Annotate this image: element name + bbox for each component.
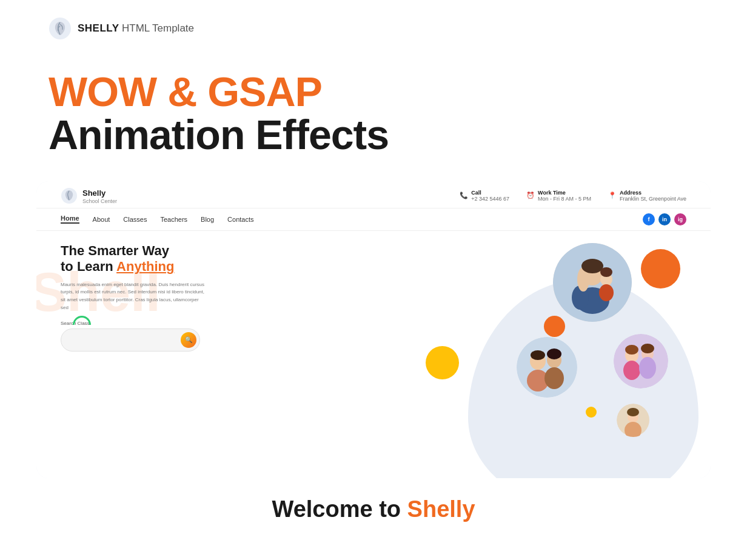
brand-logo-icon [49, 17, 72, 40]
linkedin-icon[interactable]: in [658, 213, 671, 225]
preview-brand-name: Shelly [82, 188, 106, 198]
hero-title-line2: Animation Effects [49, 113, 698, 156]
welcome-title: Welcome to Shelly [272, 496, 475, 522]
preview-brand-icon [61, 187, 78, 204]
title-accent: Anything [116, 259, 174, 274]
brand-name: SHELLY HTML Template [78, 22, 194, 35]
welcome-section: Welcome to Shelly [0, 478, 747, 528]
preview-contact-group: 📞 Call +2 342 5446 67 ⏰ Work Time Mon - … [460, 190, 686, 202]
address-label: Address [620, 190, 686, 196]
preview-call: 📞 Call +2 342 5446 67 [460, 190, 509, 202]
clock-icon: ⏰ [526, 192, 535, 199]
svg-point-14 [531, 350, 545, 360]
photo-circle-small [617, 404, 650, 437]
preview-hero-content: Shell The Smarter Way to Learn Anything … [36, 231, 711, 425]
preview-main-title: The Smarter Way to Learn Anything [61, 243, 395, 275]
deco-circle-orange-medium [544, 316, 565, 337]
svg-point-11 [517, 337, 577, 398]
welcome-prefix: Welcome to [272, 496, 407, 522]
hero-text-block: WOW & GSAP Animation Effects [0, 52, 747, 163]
worktime-value: Mon - Fri 8 AM - 5 PM [538, 196, 591, 202]
nav-contacts[interactable]: Contacts [227, 216, 253, 223]
nav-classes[interactable]: Classes [123, 216, 147, 223]
photo-circle-kids [614, 334, 668, 388]
preview-hero-right [407, 243, 686, 419]
nav-blog[interactable]: Blog [201, 216, 214, 223]
title-line1: The Smarter Way [61, 243, 169, 258]
call-label: Call [471, 190, 509, 196]
preview-address: 📍 Address Franklin St, Greenpoint Ave [608, 190, 686, 202]
nav-links: Home About Classes Teachers Blog Contact… [61, 215, 254, 224]
search-input[interactable] [70, 337, 181, 342]
svg-point-10 [600, 267, 612, 277]
welcome-brand: Shelly [407, 496, 475, 522]
search-button[interactable]: 🔍 [181, 332, 196, 348]
nav-home[interactable]: Home [61, 215, 79, 224]
phone-icon: 📞 [460, 192, 468, 199]
svg-point-23 [639, 357, 656, 379]
svg-point-24 [641, 344, 654, 353]
svg-point-7 [581, 259, 603, 273]
title-line2: to Learn [61, 259, 116, 274]
deco-circle-orange-large [641, 249, 680, 288]
deco-circle-yellow [426, 346, 459, 379]
facebook-icon[interactable]: f [643, 213, 655, 225]
svg-point-20 [623, 361, 640, 380]
preview-card: Shelly School Center 📞 Call +2 342 5446 … [36, 181, 711, 478]
preview-nav: Home About Classes Teachers Blog Contact… [36, 208, 711, 231]
hero-title-line1: WOW & GSAP [49, 70, 698, 113]
svg-point-21 [625, 345, 638, 355]
social-icons: f in ig [643, 213, 686, 225]
search-area: Search Class 🔍 [61, 321, 395, 352]
nav-teachers[interactable]: Teachers [160, 216, 187, 223]
svg-point-17 [547, 348, 561, 359]
deco-circle-yellow-small [586, 407, 597, 418]
preview-hero-left: Shell The Smarter Way to Learn Anything … [61, 243, 407, 419]
photo-circle-group [517, 337, 577, 398]
pin-icon: 📍 [608, 192, 617, 199]
instagram-icon[interactable]: ig [674, 213, 686, 225]
top-bar: SHELLY HTML Template [0, 0, 747, 52]
svg-point-9 [599, 284, 614, 301]
preview-brand-subtitle: School Center [82, 198, 117, 204]
nav-about[interactable]: About [93, 216, 110, 223]
search-label: Search Class [61, 321, 395, 326]
address-value: Franklin St, Greenpoint Ave [620, 196, 686, 202]
preview-worktime: ⏰ Work Time Mon - Fri 8 AM - 5 PM [526, 190, 591, 202]
svg-point-16 [544, 367, 564, 389]
preview-description: Mauris malesuada enim eget blandit gravi… [61, 281, 206, 312]
website-preview: Shelly School Center 📞 Call +2 342 5446 … [36, 181, 711, 478]
preview-info-bar: Shelly School Center 📞 Call +2 342 5446 … [36, 181, 711, 208]
preview-logo: Shelly School Center [61, 187, 117, 204]
search-bar: 🔍 [61, 328, 200, 352]
photo-circle-teacher [553, 243, 632, 322]
call-value: +2 342 5446 67 [471, 196, 509, 202]
svg-point-28 [627, 408, 639, 416]
worktime-label: Work Time [538, 190, 591, 196]
